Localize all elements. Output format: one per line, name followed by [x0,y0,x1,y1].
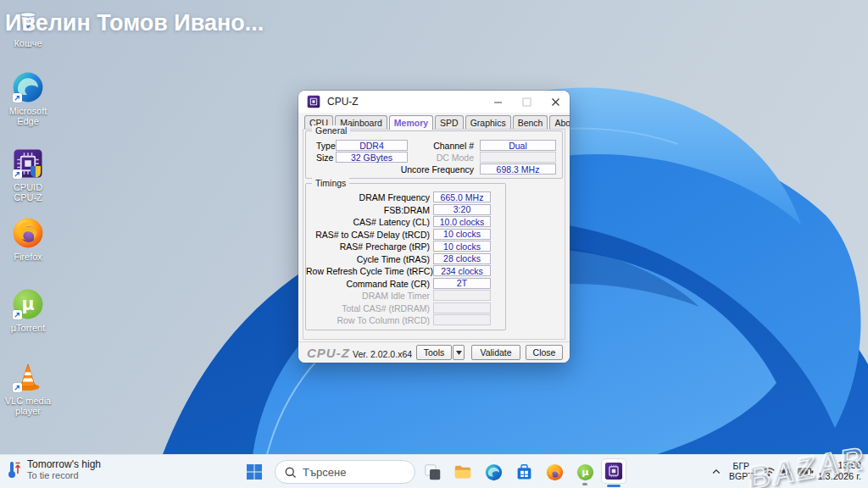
volume-button[interactable] [777,461,794,483]
weather-subtext: To tie record [27,470,101,480]
timing-label: Command Rate (CR) [306,278,430,290]
clock[interactable]: 13:58 1.3.2026 г. [817,460,861,482]
timing-label: RAS# Precharge (tRP) [306,241,430,252]
timing-row-dram-frequency: DRAM Frequency 665.0 MHz [306,191,505,203]
tab-bench[interactable]: Bench [513,115,548,130]
task-view-button[interactable] [421,461,443,483]
shortcut-arrow-icon [13,169,22,179]
window-title: CPU-Z [327,96,359,108]
timing-label: FSB:DRAM [306,204,430,216]
wifi-button[interactable] [760,461,777,483]
folder-icon [453,463,472,481]
timing-value-field: 28 clocks [433,253,491,264]
general-legend: General [312,125,350,136]
start-button[interactable] [243,461,265,483]
desktop-icon-label: Microsoft Edge [2,106,54,126]
timing-row-cas-latency: CAS# Latency (CL) 10.0 clocks [306,216,505,228]
cpuz-version: Ver. 2.02.0.x64 [353,349,412,359]
size-value-field: 32 GBytes [336,152,408,163]
tab-memory[interactable]: Memory [389,115,433,130]
cpuz-icon [604,462,623,480]
firefox-icon [12,217,44,249]
timing-row-ras-to-cas: RAS# to CAS# Delay (tRCD) 10 clocks [306,229,505,241]
cpuz-icon [12,147,44,180]
running-indicator [582,483,587,485]
tray-date: 1.3.2026 г. [817,471,861,482]
battery-button[interactable] [795,461,815,483]
svg-text:µ: µ [581,466,588,478]
cpuz-footer: CPU-Z Ver. 2.02.0.x64 Tools Validate Clo… [298,341,570,363]
timing-row-fsb-dram: FSB:DRAM 3:20 [306,204,505,216]
speaker-icon [779,466,793,478]
minimize-button[interactable] [483,91,512,113]
active-app-indicator [607,485,620,487]
desktop-icon-firefox[interactable]: Firefox [1,217,55,262]
type-value-field: DDR4 [336,140,408,151]
close-dialog-button[interactable]: Close [526,345,563,360]
timing-label: Row To Column (tRCD) [306,314,430,326]
desktop-icon-cpuz[interactable]: CPUID CPU-Z [1,147,55,202]
taskbar-firefox-button[interactable] [543,461,565,483]
taskbar-cpuz-button[interactable] [601,458,626,484]
tray-chevron-button[interactable] [709,461,724,483]
wifi-icon [762,466,776,478]
timing-value-field [433,302,491,313]
battery-icon [798,467,814,477]
search-input[interactable] [303,466,396,479]
taskbar-utorrent-button[interactable]: µ [574,461,596,483]
tools-dropdown-button[interactable] [453,345,465,360]
tab-about[interactable]: About [549,115,570,130]
tab-graphics[interactable]: Graphics [465,115,511,130]
weather-headline: Tomorrow's high [27,458,101,470]
timing-value-field [433,314,491,325]
timing-label: DRAM Frequency [306,191,430,203]
file-explorer-button[interactable] [452,461,474,483]
shortcut-arrow-icon [13,383,22,392]
validate-button[interactable]: Validate [471,345,520,360]
close-button[interactable] [541,91,570,113]
timing-value-field: 3:20 [433,204,491,215]
timing-row-command-rate: Command Rate (CR) 2T [306,278,505,290]
cpuz-logo: CPU-Z [307,346,350,360]
microsoft-store-button[interactable] [513,461,535,483]
uncore-frequency-value-field: 698.3 MHz [480,164,556,175]
cpuz-window: CPU-Z CPU Mainboard Memory SPD Graphics … [298,91,570,363]
taskbar-search[interactable] [275,460,415,484]
weather-widget[interactable]: Tomorrow's high To tie record [7,458,101,480]
maximize-button[interactable] [512,91,541,113]
cpuz-app-icon [307,95,320,108]
desktop-icon-label: µTorrent [11,323,46,333]
desktop-icon-vlc[interactable]: VLC media player [1,361,55,416]
desktop-icon-label: Кошче [14,38,42,48]
language-indicator[interactable]: БГР BGPT [729,461,754,481]
taskbar-edge-button[interactable] [482,461,504,483]
desktop-icon-label: CPUID CPU-Z [2,182,54,202]
timing-value-field: 10.0 clocks [433,216,491,227]
timing-row-row-to-column: Row To Column (tRCD) [306,314,505,326]
timing-value-field: 665.0 MHz [433,191,491,202]
channel-value-field: Dual [480,140,556,151]
shortcut-arrow-icon [13,310,22,319]
timing-row-row-refresh-cycle: Row Refresh Cycle Time (tRFC) 234 clocks [306,265,505,277]
search-icon [284,466,297,479]
timing-row-ras-precharge: RAS# Precharge (tRP) 10 clocks [306,241,505,252]
timing-value-field: 2T [433,278,491,289]
desktop-icon-utorrent[interactable]: µ µTorrent [1,288,55,333]
desktop-icon-edge[interactable]: Microsoft Edge [1,71,55,126]
cpuz-titlebar[interactable]: CPU-Z [298,91,570,113]
desktop: Ивелин Томов Ивано... Кошче Microsoft Ed… [0,0,868,488]
desktop-icon-label: Firefox [14,252,42,262]
tools-button[interactable]: Tools [416,345,452,360]
timing-row-dram-idle-timer: DRAM Idle Timer [306,290,505,302]
language-line2: BGPT [729,471,754,481]
tab-spd[interactable]: SPD [435,115,464,130]
utorrent-icon: µ [12,288,44,320]
dc-mode-value-field [480,152,556,163]
vlc-icon [12,361,44,393]
shortcut-arrow-icon [13,93,22,103]
timing-label: Cycle Time (tRAS) [306,253,430,265]
desktop-icon-label: VLC media player [2,396,54,416]
general-groupbox: General Type DDR4 Size 32 GBytes Channel… [305,130,563,179]
timings-groupbox: Timings DRAM Frequency 665.0 MHz FSB:DRA… [305,183,506,330]
chevron-down-icon [456,351,462,355]
